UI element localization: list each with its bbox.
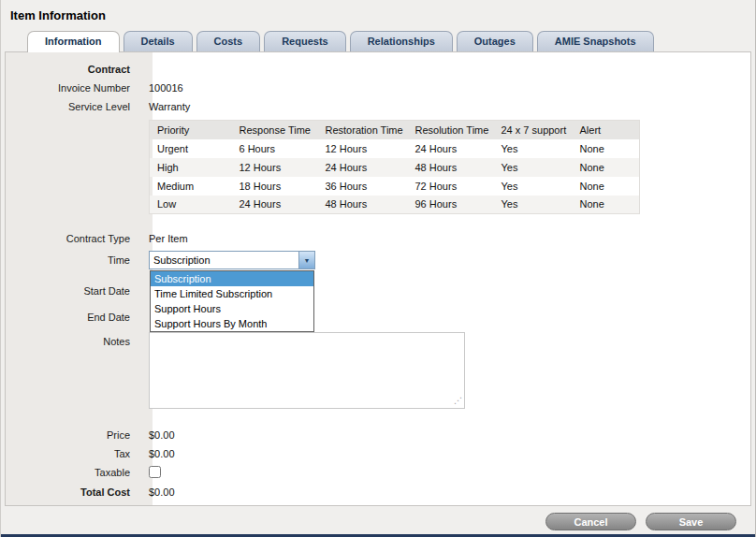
tab-requests[interactable]: Requests [264, 31, 346, 51]
page-title: Item Information [1, 0, 755, 29]
dropdown-option-subscription[interactable]: Subscription [151, 271, 313, 286]
total-cost-row: Total Cost $0.00 [6, 482, 750, 502]
tab-bar: Information Details Costs Requests Relat… [1, 29, 755, 51]
table-cell: 96 Hours [408, 196, 494, 214]
table-cell: None [573, 196, 640, 214]
table-header-row: Priority Response Time Restoration Time … [150, 121, 640, 139]
tab-information[interactable]: Information [27, 31, 120, 52]
cancel-button[interactable]: Cancel [545, 513, 636, 530]
tax-label: Tax [6, 448, 141, 459]
content-panel: Contract Invoice Number 100016 Service L… [5, 51, 751, 506]
table-cell: Yes [494, 177, 573, 196]
section-heading-row: Contract [6, 60, 750, 79]
tab-outages[interactable]: Outages [457, 31, 533, 51]
price-label: Price [6, 429, 141, 441]
table-cell: 48 Hours [318, 196, 408, 214]
start-date-row: Start Date [6, 282, 750, 300]
col-header-resolution-time: Resolution Time [408, 121, 494, 139]
table-cell: None [573, 158, 640, 177]
end-date-row: End Date [6, 308, 750, 327]
table-cell: Yes [494, 196, 573, 214]
taxable-label: Taxable [6, 467, 141, 478]
table-cell: 12 Hours [318, 139, 408, 158]
col-header-response-time: Response Time [232, 121, 318, 139]
service-level-label: Service Level [6, 101, 141, 112]
table-cell: None [573, 139, 640, 158]
invoice-number-row: Invoice Number 100016 [6, 79, 750, 97]
table-cell: Yes [494, 139, 573, 158]
end-date-label: End Date [6, 312, 141, 323]
sla-table-row: Priority Response Time Restoration Time … [6, 120, 750, 214]
contract-section-label: Contract [6, 64, 141, 75]
table-cell: None [573, 177, 640, 196]
total-cost-label: Total Cost [6, 486, 141, 498]
price-row: Price $0.00 [6, 426, 750, 444]
table-row-high: High 12 Hours 24 Hours 48 Hours Yes None [150, 158, 640, 177]
table-row-low: Low 24 Hours 48 Hours 96 Hours Yes None [150, 196, 640, 214]
table-cell: 24 Hours [408, 139, 494, 158]
chevron-down-icon[interactable]: ▼ [298, 252, 314, 268]
col-header-alert: Alert [573, 121, 640, 139]
table-cell: High [150, 158, 232, 177]
table-cell: 18 Hours [232, 177, 318, 196]
taxable-checkbox[interactable] [149, 466, 161, 478]
table-cell: 36 Hours [318, 177, 408, 196]
table-row-medium: Medium 18 Hours 36 Hours 72 Hours Yes No… [150, 177, 640, 196]
table-cell: 24 Hours [232, 196, 318, 214]
service-level-value: Warranty [141, 101, 190, 112]
time-label: Time [6, 254, 141, 266]
col-header-24x7-support: 24 x 7 support [494, 121, 573, 139]
tab-amie-snapshots[interactable]: AMIE Snapshots [537, 31, 654, 51]
time-select-value: Subscription [150, 254, 298, 266]
table-cell: Medium [150, 177, 232, 196]
tab-details[interactable]: Details [124, 31, 193, 51]
table-cell: 12 Hours [232, 158, 318, 177]
table-cell: 24 Hours [318, 158, 408, 177]
dropdown-option-support-hours[interactable]: Support Hours [151, 301, 313, 316]
table-cell: 6 Hours [232, 139, 318, 158]
action-button-bar: Cancel Save [1, 506, 755, 530]
dropdown-option-support-hours-by-month[interactable]: Support Hours By Month [151, 316, 313, 331]
item-information-window: Item Information Information Details Cos… [0, 0, 756, 537]
taxable-row: Taxable [6, 463, 750, 482]
table-cell: Low [150, 196, 232, 214]
tax-value: $0.00 [141, 448, 175, 459]
save-button[interactable]: Save [646, 513, 736, 530]
contract-type-label: Contract Type [6, 233, 141, 244]
table-row-urgent: Urgent 6 Hours 12 Hours 24 Hours Yes Non… [150, 139, 640, 158]
table-cell: Urgent [150, 139, 232, 158]
price-value: $0.00 [141, 429, 175, 441]
notes-label: Notes [6, 332, 141, 347]
notes-row: Notes ⋰ [6, 332, 750, 411]
notes-textarea[interactable] [149, 332, 465, 409]
col-header-priority: Priority [150, 121, 232, 139]
contract-type-row: Contract Type Per Item [6, 229, 750, 248]
contract-type-value: Per Item [141, 233, 188, 244]
table-cell: 48 Hours [408, 158, 494, 177]
tab-costs[interactable]: Costs [196, 31, 261, 51]
tab-relationships[interactable]: Relationships [350, 31, 453, 51]
service-level-row: Service Level Warranty [6, 97, 750, 116]
dropdown-option-time-limited-subscription[interactable]: Time Limited Subscription [151, 286, 313, 301]
table-cell: Yes [494, 158, 573, 177]
start-date-label: Start Date [6, 285, 141, 297]
table-cell: 72 Hours [408, 177, 494, 196]
invoice-number-label: Invoice Number [6, 82, 141, 94]
service-level-table: Priority Response Time Restoration Time … [149, 120, 640, 214]
total-cost-value: $0.00 [141, 486, 175, 498]
time-select[interactable]: Subscription ▼ Subscription Time Limited… [149, 251, 315, 269]
col-header-restoration-time: Restoration Time [318, 121, 408, 139]
time-row: Time Subscription ▼ Subscription Time Li… [6, 250, 750, 270]
tax-row: Tax $0.00 [6, 444, 750, 463]
invoice-number-value: 100016 [141, 82, 183, 94]
time-dropdown-list: Subscription Time Limited Subscription S… [150, 270, 314, 332]
